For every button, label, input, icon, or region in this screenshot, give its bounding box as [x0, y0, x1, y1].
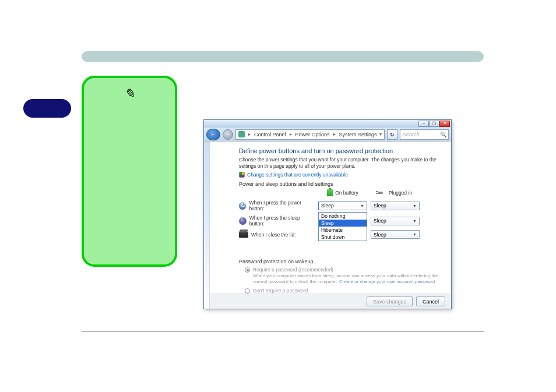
create-password-link[interactable]: Create or change your user account passw…	[339, 279, 435, 284]
top-divider-bar	[82, 51, 484, 62]
minimize-button[interactable]: –	[418, 121, 429, 127]
save-changes-button[interactable]: Save changes	[367, 296, 413, 306]
plug-icon	[378, 190, 386, 195]
dropdown-option-do-nothing[interactable]: Do nothing	[319, 213, 367, 220]
note-box: ✎	[82, 76, 177, 267]
forward-button: →	[223, 129, 233, 140]
refresh-button[interactable]: ↻	[387, 129, 397, 140]
radio-no-password	[245, 288, 250, 294]
shield-icon	[239, 172, 245, 178]
chevron-down-icon: ▼	[413, 232, 417, 236]
radio-require-password	[245, 267, 250, 273]
radio-require-password-label: Require a password (recommended)	[253, 267, 333, 273]
pencil-icon: ✎	[124, 86, 135, 101]
section-power-buttons-label: Power and sleep buttons and lid settings	[239, 181, 438, 187]
title-bar: – ▢ ✕	[204, 120, 451, 128]
search-placeholder: Search	[403, 132, 420, 137]
breadcrumb-separator: ▸	[247, 132, 252, 137]
back-button[interactable]: ←	[206, 129, 220, 140]
dropdown-value: Sleep	[321, 203, 334, 209]
column-on-battery-label: On battery	[335, 190, 358, 196]
breadcrumb-separator: ▸	[288, 132, 293, 137]
page-description: Choose the power settings that you want …	[239, 157, 438, 169]
power-button-plugged-dropdown[interactable]: Sleep ▼	[371, 202, 420, 210]
power-options-window: – ▢ ✕ ← → ▸ Control Panel ▸ Power Option…	[203, 119, 452, 309]
address-bar[interactable]: ▸ Control Panel ▸ Power Options ▸ System…	[235, 129, 385, 140]
power-button-icon	[239, 202, 246, 210]
cancel-button[interactable]: Cancel	[416, 296, 445, 306]
column-plugged-in-label: Plugged in	[389, 190, 412, 196]
dropdown-value: Sleep	[374, 232, 386, 238]
column-on-battery: On battery	[318, 189, 367, 196]
chevron-down-icon: ▼	[413, 219, 417, 223]
maximize-button[interactable]: ▢	[429, 121, 439, 127]
page-title: Define power buttons and turn on passwor…	[239, 147, 438, 154]
button-bar: Save changes Cancel	[210, 294, 451, 309]
dropdown-value: Sleep	[374, 218, 386, 224]
lid-icon	[239, 232, 248, 238]
power-button-battery-dropdown-list[interactable]: Do nothing Sleep Hibernate Shut down	[318, 212, 367, 241]
change-settings-link[interactable]: Change settings that are currently unava…	[239, 172, 438, 178]
dropdown-option-sleep[interactable]: Sleep	[319, 220, 367, 227]
dropdown-option-hibernate[interactable]: Hibernate	[319, 227, 367, 234]
row-close-lid: When I close the lid:	[239, 232, 315, 238]
breadcrumb-item[interactable]: System Settings	[339, 132, 377, 137]
power-button-battery-dropdown[interactable]: Sleep ▼	[318, 202, 367, 210]
left-sidebar-strip	[204, 142, 210, 309]
section-password-label: Password protection on wakeup	[239, 259, 438, 264]
control-panel-icon	[238, 131, 245, 137]
breadcrumb-separator: ▸	[332, 132, 337, 137]
chevron-down-icon[interactable]: ▾	[379, 132, 382, 137]
content-area: Define power buttons and turn on passwor…	[210, 142, 451, 309]
row-sleep-button: When I press the sleep button:	[239, 215, 315, 227]
sleep-button-icon	[239, 217, 247, 225]
dropdown-value: Sleep	[374, 203, 386, 209]
battery-icon	[327, 189, 333, 196]
row-sleep-button-label: When I press the sleep button:	[249, 215, 315, 227]
radio-no-password-label: Don't require a password	[253, 288, 308, 294]
radio-require-password-desc: When your computer wakes from sleep, no …	[253, 273, 438, 285]
column-plugged-in: Plugged in	[371, 190, 420, 196]
sleep-button-plugged-dropdown[interactable]: Sleep ▼	[371, 217, 420, 225]
row-power-button: When I press the power button:	[239, 200, 315, 211]
search-icon: 🔍	[440, 132, 446, 137]
power-settings-grid: On battery Plugged in When I press the p…	[239, 189, 438, 239]
side-tab	[23, 99, 71, 118]
change-settings-link-text: Change settings that are currently unava…	[247, 172, 348, 178]
bottom-divider	[82, 331, 484, 332]
close-button[interactable]: ✕	[439, 121, 450, 127]
lid-plugged-dropdown[interactable]: Sleep ▼	[371, 230, 420, 239]
breadcrumb-item[interactable]: Control Panel	[254, 132, 286, 137]
chevron-down-icon: ▼	[413, 204, 417, 208]
nav-bar: ← → ▸ Control Panel ▸ Power Options ▸ Sy…	[204, 128, 451, 142]
chevron-down-icon: ▼	[360, 204, 364, 208]
row-close-lid-label: When I close the lid:	[251, 232, 296, 238]
dropdown-option-shutdown[interactable]: Shut down	[319, 234, 367, 241]
search-input[interactable]: Search 🔍	[400, 129, 449, 140]
breadcrumb-item[interactable]: Power Options	[295, 132, 330, 137]
row-power-button-label: When I press the power button:	[249, 200, 315, 211]
